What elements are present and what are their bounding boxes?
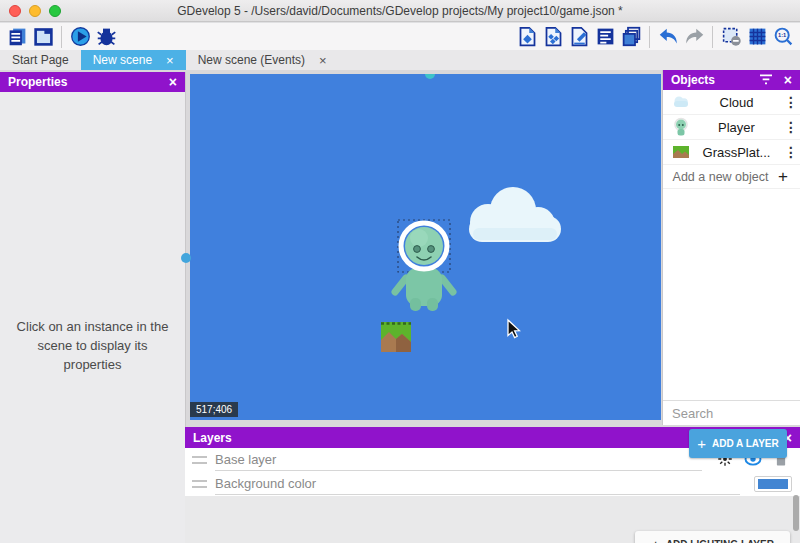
objects-search-row [663, 400, 800, 425]
edit-scene-icon[interactable] [566, 25, 592, 49]
add-object-row[interactable]: Add a new object + [663, 165, 800, 189]
redo-icon[interactable] [681, 25, 707, 49]
tab-label: New scene [93, 53, 152, 67]
object-row-grassplatform[interactable]: GrassPlat... ⋮ [663, 140, 800, 165]
object-name: Player [691, 120, 782, 135]
add-layer-button[interactable]: + ADD A LAYER [689, 429, 787, 458]
objects-panel-title: Objects [671, 73, 715, 87]
grass-platform-thumbnail-icon [671, 142, 691, 162]
close-icon[interactable]: × [784, 72, 792, 88]
main-area: Properties × Click on an instance in the… [0, 70, 800, 543]
player-instance[interactable] [395, 220, 453, 311]
scene-properties-icon[interactable] [514, 25, 540, 49]
add-object-label: Add a new object [663, 170, 778, 184]
preview-play-icon[interactable] [67, 25, 93, 49]
tab-new-scene-events[interactable]: New scene (Events) × [186, 50, 339, 70]
minimize-window-button[interactable] [29, 5, 41, 17]
scene-render [190, 74, 661, 420]
title-bar: GDevelop 5 - /Users/david/Documents/GDev… [0, 0, 800, 22]
object-name: GrassPlat... [691, 145, 782, 160]
preview-window-icon[interactable] [30, 25, 56, 49]
object-menu-icon[interactable]: ⋮ [782, 119, 800, 135]
project-manager-icon[interactable] [4, 25, 30, 49]
tab-label: Start Page [12, 53, 69, 67]
objects-search-input[interactable] [663, 406, 800, 421]
drag-handle-icon[interactable] [192, 456, 207, 464]
tab-close-icon[interactable]: × [319, 54, 327, 67]
svg-text:1:1: 1:1 [778, 32, 786, 38]
close-icon[interactable]: × [169, 74, 177, 90]
window-title: GDevelop 5 - /Users/david/Documents/GDev… [0, 4, 800, 18]
background-color-swatch-button[interactable] [754, 476, 792, 492]
maximize-window-button[interactable] [49, 5, 61, 17]
player-thumbnail-icon [671, 117, 691, 137]
traffic-lights [9, 5, 61, 17]
layer-name-field[interactable]: Base layer [215, 449, 702, 471]
close-window-button[interactable] [9, 5, 21, 17]
drag-handle-icon[interactable] [192, 480, 207, 488]
cursor-coordinates-badge: 517;406 [190, 402, 238, 417]
tab-new-scene[interactable]: New scene × [81, 50, 186, 70]
plus-icon: + [651, 536, 660, 543]
layers-panel: Layers × Base layer Background c [185, 427, 800, 543]
plus-icon: + [697, 435, 706, 452]
toggle-mask-icon[interactable] [718, 25, 744, 49]
tab-close-icon[interactable]: × [166, 54, 174, 67]
toolbar-separator [712, 26, 713, 48]
main-toolbar: 1:1 [0, 23, 800, 50]
scene-canvas[interactable]: 517;406 [190, 74, 661, 420]
editor-tabs: Start Page New scene × New scene (Events… [0, 50, 800, 70]
properties-panel-title: Properties [8, 75, 67, 89]
undo-icon[interactable] [655, 25, 681, 49]
properties-hint-text: Click on an instance in the scene to dis… [10, 318, 175, 375]
filter-icon[interactable] [758, 73, 774, 87]
toolbar-separator [649, 26, 650, 48]
cloud-instance[interactable] [469, 187, 561, 242]
object-menu-icon[interactable]: ⋮ [782, 144, 800, 160]
layer-row-background-color[interactable]: Background color [185, 472, 800, 496]
tab-start-page[interactable]: Start Page [0, 50, 81, 70]
object-menu-icon[interactable]: ⋮ [782, 94, 800, 110]
object-groups-icon[interactable] [540, 25, 566, 49]
instances-list-icon[interactable] [592, 25, 618, 49]
object-name: Cloud [691, 95, 782, 110]
layers-scrollbar-thumb[interactable] [793, 495, 799, 531]
tab-label: New scene (Events) [198, 53, 305, 67]
layers-panel-title: Layers [193, 431, 232, 445]
layers-stack-icon[interactable] [618, 25, 644, 49]
debug-bug-icon[interactable] [93, 25, 119, 49]
grass-platform-instance[interactable] [381, 322, 411, 352]
objects-list-empty-space [663, 189, 800, 400]
properties-panel-header: Properties × [0, 72, 185, 92]
add-layer-label: ADD A LAYER [712, 438, 779, 449]
add-lighting-layer-button[interactable]: + ADD LIGHTING LAYER [635, 531, 790, 543]
add-lighting-layer-label: ADD LIGHTING LAYER [666, 539, 774, 543]
toolbar-separator [61, 26, 62, 48]
plus-icon: + [778, 167, 800, 187]
toggle-grid-icon[interactable] [744, 25, 770, 49]
object-row-cloud[interactable]: Cloud ⋮ [663, 90, 800, 115]
objects-panel-header: Objects × [663, 70, 800, 90]
mouse-cursor-icon [508, 320, 519, 338]
zoom-original-icon[interactable]: 1:1 [770, 25, 796, 49]
cloud-thumbnail-icon [671, 92, 691, 112]
panel-resize-handle[interactable] [181, 253, 191, 263]
background-color-swatch [758, 479, 788, 489]
objects-panel: Objects × Cloud ⋮ Player ⋮ GrassPlat... … [663, 70, 800, 425]
layer-name-field[interactable]: Background color [215, 473, 740, 495]
gdevelop-window: GDevelop 5 - /Users/david/Documents/GDev… [0, 0, 800, 543]
object-row-player[interactable]: Player ⋮ [663, 115, 800, 140]
properties-panel: Properties × Click on an instance in the… [0, 72, 185, 543]
